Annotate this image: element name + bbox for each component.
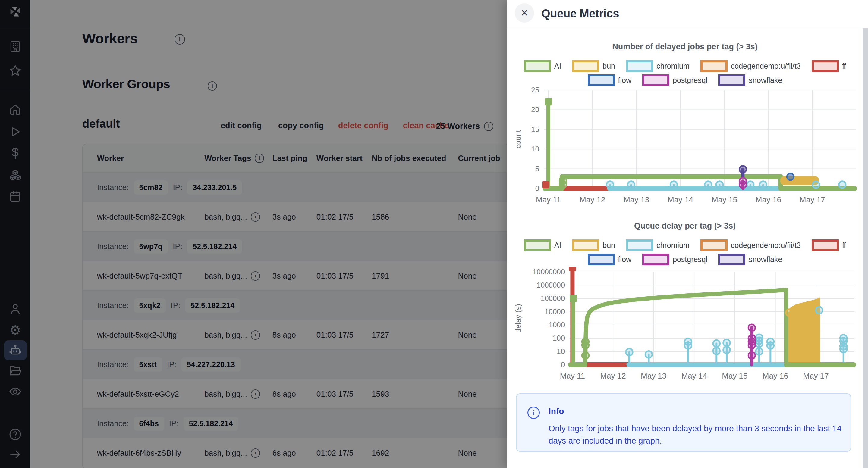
legend-swatch — [588, 254, 615, 265]
svg-text:10000000: 10000000 — [532, 268, 565, 276]
legend-item[interactable]: flow — [588, 74, 631, 86]
legend-item[interactable]: AI — [524, 239, 561, 251]
legend-item[interactable]: AI — [524, 60, 561, 72]
svg-text:May 12: May 12 — [580, 195, 605, 204]
chart-legend: AIbunchromiumcodegendemo:u/fii/t3ffflowp… — [513, 239, 858, 265]
svg-text:0: 0 — [535, 184, 539, 193]
legend-item[interactable]: snowflake — [718, 74, 782, 86]
svg-text:May 17: May 17 — [800, 195, 825, 204]
legend-label: snowflake — [749, 76, 782, 85]
svg-text:May 13: May 13 — [624, 195, 649, 204]
drawer-title: Queue Metrics — [541, 7, 619, 20]
queue-metrics-drawer: ✕ Queue Metrics Number of delayed jobs p… — [507, 0, 868, 468]
svg-text:15: 15 — [531, 125, 539, 133]
legend-swatch — [812, 60, 839, 72]
legend-label: bun — [602, 62, 615, 70]
legend-swatch — [701, 239, 727, 251]
svg-text:delay (s): delay (s) — [514, 304, 522, 333]
legend-label: ff — [842, 62, 846, 70]
info-box-body: Only tags for jobs that have been delaye… — [549, 422, 847, 447]
svg-text:20: 20 — [531, 105, 539, 113]
svg-text:count: count — [514, 130, 522, 148]
svg-text:May 15: May 15 — [722, 371, 747, 380]
legend-swatch — [572, 60, 599, 72]
legend-swatch — [588, 74, 615, 86]
legend-item[interactable]: bun — [572, 239, 615, 251]
svg-text:May 12: May 12 — [600, 371, 626, 380]
legend-swatch — [626, 60, 653, 72]
svg-text:25: 25 — [531, 87, 539, 94]
legend-label: postgresql — [673, 76, 707, 85]
svg-text:10000: 10000 — [545, 307, 565, 315]
legend-item[interactable]: chromium — [626, 60, 689, 72]
info-icon: i — [527, 407, 540, 419]
legend-swatch — [572, 239, 599, 251]
legend-swatch — [642, 254, 670, 265]
legend-label: codegendemo:u/fii/t3 — [731, 62, 801, 70]
legend-label: AI — [554, 241, 561, 250]
close-icon[interactable]: ✕ — [515, 3, 534, 23]
legend-item[interactable]: codegendemo:u/fii/t3 — [701, 239, 801, 251]
chart-title-queue-delay: Queue delay per tag (> 3s) — [513, 221, 858, 231]
svg-text:May 14: May 14 — [681, 371, 707, 380]
svg-text:May 13: May 13 — [641, 371, 666, 380]
legend-swatch — [524, 60, 551, 72]
svg-text:May 14: May 14 — [668, 195, 693, 204]
legend-item[interactable]: snowflake — [718, 254, 782, 265]
legend-swatch — [701, 60, 727, 72]
legend-item[interactable]: codegendemo:u/fii/t3 — [701, 60, 801, 72]
svg-text:May 11: May 11 — [536, 195, 561, 204]
legend-swatch — [718, 254, 745, 265]
legend-item[interactable]: postgresql — [642, 74, 707, 86]
delayed-jobs-chart: 0510152025May 11May 12May 13May 14May 15… — [513, 87, 858, 208]
scrollbar[interactable] — [863, 28, 868, 468]
info-box-title: Info — [549, 407, 564, 416]
legend-item[interactable]: ff — [812, 239, 846, 251]
legend-item[interactable]: chromium — [626, 239, 689, 251]
svg-text:5: 5 — [535, 165, 539, 173]
legend-swatch — [524, 239, 551, 251]
legend-label: flow — [618, 255, 631, 264]
svg-text:100: 100 — [553, 334, 565, 342]
legend-label: ff — [842, 241, 846, 250]
svg-text:0: 0 — [561, 361, 565, 369]
legend-label: flow — [618, 76, 631, 85]
svg-text:May 16: May 16 — [763, 371, 788, 380]
svg-text:100000: 100000 — [541, 294, 565, 302]
svg-text:May 15: May 15 — [712, 195, 737, 204]
legend-swatch — [718, 74, 745, 86]
legend-label: codegendemo:u/fii/t3 — [731, 241, 801, 250]
legend-item[interactable]: ff — [812, 60, 846, 72]
legend-item[interactable]: bun — [572, 60, 615, 72]
legend-label: chromium — [656, 241, 689, 250]
svg-text:10: 10 — [531, 145, 539, 153]
legend-item[interactable]: postgresql — [642, 254, 707, 265]
svg-text:May 17: May 17 — [803, 371, 829, 380]
drawer-header: ✕ Queue Metrics — [507, 0, 868, 28]
legend-swatch — [812, 239, 839, 251]
legend-swatch — [642, 74, 670, 86]
svg-text:May 16: May 16 — [755, 195, 781, 204]
svg-text:May 11: May 11 — [560, 371, 585, 380]
svg-text:1000000: 1000000 — [537, 281, 565, 289]
info-box: i Info Only tags for jobs that have been… — [516, 393, 851, 452]
drawer-backdrop[interactable] — [0, 0, 507, 468]
legend-label: snowflake — [749, 255, 782, 264]
legend-label: AI — [554, 62, 561, 70]
chart-title-delayed-jobs: Number of delayed jobs per tag (> 3s) — [513, 42, 858, 52]
legend-label: chromium — [656, 62, 689, 70]
legend-swatch — [626, 239, 653, 251]
svg-text:1000: 1000 — [549, 321, 565, 329]
queue-delay-chart: 010100100010000100000100000010000000May … — [513, 267, 858, 386]
legend-label: bun — [602, 241, 615, 250]
svg-text:10: 10 — [557, 347, 565, 355]
legend-item[interactable]: flow — [588, 254, 631, 265]
chart-legend: AIbunchromiumcodegendemo:u/fii/t3ffflowp… — [513, 60, 858, 86]
legend-label: postgresql — [673, 255, 707, 264]
